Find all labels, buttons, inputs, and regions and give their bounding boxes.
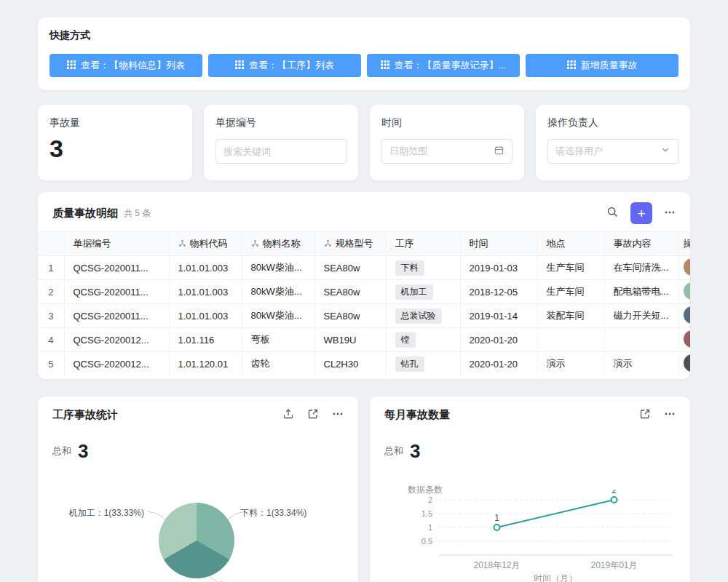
open-in-new-icon — [307, 408, 319, 422]
table-row[interactable]: 1 QCSG-2020011... 1.01.01.003 80kW柴油... … — [38, 256, 690, 280]
link-field-icon — [324, 239, 332, 250]
cell-content: 在车间清洗... — [604, 256, 678, 280]
user-select-placeholder: 请选择用户 — [555, 145, 603, 158]
avatar — [684, 282, 691, 300]
cell-process: 总装试验 — [386, 304, 460, 328]
cell-place: 装配车间 — [537, 304, 604, 328]
line-chart-svg[interactable]: 0.511.5212018年12月22019年01月时间（月） — [381, 490, 680, 582]
cell-spec: SEA80w — [314, 256, 386, 280]
cell-spec: SEA80w — [314, 304, 386, 328]
process-tag: 机加工 — [395, 284, 433, 300]
cell-content: 配电箱带电... — [604, 280, 678, 304]
table-row[interactable]: 2 QCSG-2020011... 1.01.01.003 80kW柴油... … — [38, 280, 690, 304]
shortcuts-title: 快捷方式 — [50, 29, 678, 42]
pie-card-actions — [282, 408, 344, 422]
cell-operator — [678, 304, 690, 328]
pie-label-blanking: 下料：1(33.34%) — [240, 507, 306, 519]
cell-doc-no: QCSG-2020012... — [64, 352, 169, 376]
pie-chart-title: 工序事故统计 — [52, 408, 118, 422]
svg-text:2: 2 — [612, 490, 617, 495]
shortcut-button-new-accident[interactable]: 新增质量事故 — [526, 54, 678, 77]
table-title: 质量事故明细 — [52, 207, 118, 220]
cell-mat-code: 1.01.01.003 — [169, 280, 242, 304]
cell-time: 2020-01-20 — [460, 352, 537, 376]
filter-card-time: 时间 日期范围 — [370, 105, 524, 180]
stat-card-accidents: 事故量 3 — [38, 105, 192, 180]
avatar — [684, 306, 691, 324]
table-row[interactable]: 3 QCSG-2020011... 1.01.01.003 80kW柴油... … — [38, 304, 690, 328]
pie-total: 总和 3 — [52, 442, 88, 461]
shortcut-button-accident-record-list[interactable]: 查看：【质量事故记录】... — [367, 54, 520, 77]
filter-row: 事故量 3 单据编号 时间 日期范围 操作负责人 请选择用户 — [38, 105, 690, 180]
col-doc-no: 单据编号 — [64, 232, 169, 256]
svg-text:1: 1 — [428, 523, 432, 532]
cell-operator — [678, 328, 690, 352]
cell-mat-name: 弯板 — [242, 328, 314, 352]
cell-doc-no: QCSG-2020011... — [64, 280, 169, 304]
cell-process: 下料 — [386, 256, 460, 280]
shortcut-button-material-list[interactable]: 查看：【物料信息】列表 — [50, 54, 202, 77]
cell-process: 机加工 — [386, 280, 460, 304]
grid-icon — [381, 60, 389, 71]
table-row[interactable]: 4 QCSG-2020012... 1.01.116 弯板 WB19U 镗 20… — [38, 328, 690, 352]
export-button[interactable] — [282, 408, 294, 422]
cell-operator — [678, 280, 690, 304]
user-select[interactable]: 请选择用户 — [547, 139, 678, 164]
more-button[interactable] — [664, 207, 676, 220]
cell-mat-name: 80kW柴油... — [242, 256, 314, 280]
table-scroll-area[interactable]: 单据编号 物料代码 物料名称 规格型号 工序 时间 地点 事故内容 操作负责人 … — [38, 231, 690, 376]
cell-spec: SEA80w — [314, 280, 386, 304]
process-tag: 镗 — [395, 332, 416, 348]
date-range-placeholder: 日期范围 — [389, 145, 427, 158]
process-stats-card: 工序事故统计 总和 3 — [38, 396, 358, 582]
col-process: 工序 — [386, 232, 460, 256]
more-button[interactable] — [664, 408, 676, 422]
col-spec: 规格型号 — [314, 232, 386, 256]
cell-place — [537, 328, 604, 352]
link-field-icon — [251, 239, 259, 250]
more-button[interactable] — [332, 408, 344, 422]
svg-text:2: 2 — [428, 495, 432, 504]
date-range-picker[interactable]: 日期范围 — [381, 139, 513, 164]
col-index — [38, 232, 64, 256]
open-in-new-button[interactable] — [307, 408, 319, 422]
chevron-down-icon — [660, 145, 670, 158]
doc-no-label: 单据编号 — [215, 116, 347, 129]
calendar-icon — [494, 145, 505, 159]
svg-text:0.5: 0.5 — [422, 537, 432, 546]
col-place: 地点 — [537, 232, 604, 256]
search-button[interactable] — [606, 206, 619, 220]
process-tag: 总装试验 — [395, 308, 442, 324]
line-chart-title: 每月事故数量 — [384, 408, 450, 422]
open-in-new-button[interactable] — [639, 408, 651, 422]
more-icon — [332, 408, 344, 422]
cell-spec: CL2H30 — [314, 352, 386, 376]
filter-card-operator: 操作负责人 请选择用户 — [536, 105, 690, 180]
cell-mat-code: 1.01.120.01 — [169, 352, 242, 376]
shortcut-button-label: 查看：【物料信息】列表 — [81, 59, 185, 72]
pie-chart[interactable] — [159, 503, 234, 578]
cell-mat-name: 齿轮 — [242, 352, 314, 376]
table-actions: + — [606, 202, 676, 224]
cell-spec: WB19U — [314, 328, 386, 352]
shortcut-button-process-list[interactable]: 查看：【工序】列表 — [208, 54, 361, 77]
doc-no-search-input[interactable] — [223, 146, 339, 157]
line-total: 总和 3 — [384, 442, 420, 461]
search-icon — [606, 206, 619, 220]
doc-no-search-box[interactable] — [215, 139, 347, 164]
pie-chart-area: 机加工：1(33.33%) 下料：1(33.34%) 总装试验：1(33.33%… — [38, 498, 358, 582]
add-record-button[interactable]: + — [630, 202, 652, 224]
cell-place: 演示 — [537, 352, 604, 376]
cell-doc-no: QCSG-2020011... — [64, 304, 169, 328]
more-icon — [664, 207, 676, 220]
cell-time: 2019-01-14 — [460, 304, 537, 328]
operator-label: 操作负责人 — [547, 116, 678, 129]
cell-time: 2019-01-03 — [460, 256, 537, 280]
cell-doc-no: QCSG-2020011... — [64, 256, 169, 280]
col-operator: 操作负责人 — [678, 232, 690, 256]
cell-mat-name: 80kW柴油... — [242, 304, 314, 328]
table-row[interactable]: 5 QCSG-2020012... 1.01.120.01 齿轮 CL2H30 … — [38, 352, 690, 376]
dashboard-page: 快捷方式 查看：【物料信息】列表 查看：【工序】列表 查看：【质量事故记录】..… — [0, 0, 728, 582]
line-card-header: 每月事故数量 — [384, 408, 676, 422]
table-row-count: 共 5 条 — [124, 207, 151, 220]
